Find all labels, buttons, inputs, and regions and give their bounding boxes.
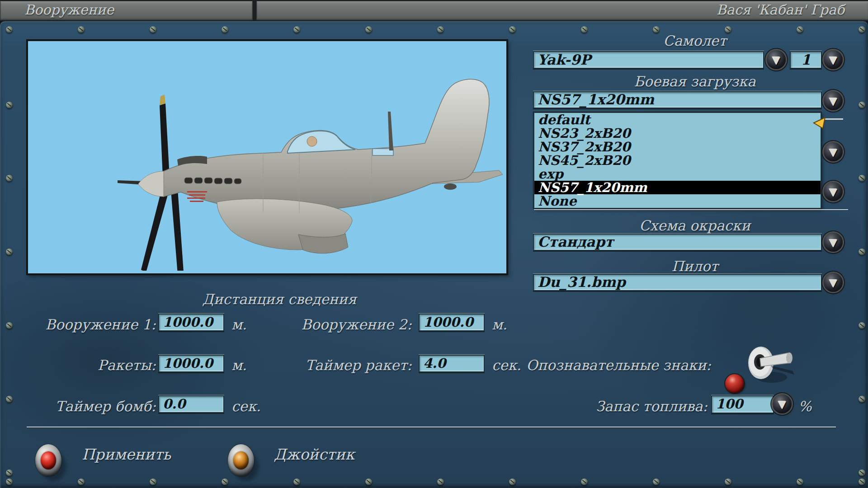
rivet-screw [6,249,13,255]
rivet-screw [859,102,865,108]
weapon2-label: Вооружение 2: [276,316,412,333]
rockets-label: Ракеты: [20,357,156,373]
pilot-combo-value: Du_31.bmp [538,274,626,290]
fuel-value: 100 [716,396,743,412]
aircraft-combo-value: Yak-9P [538,51,591,67]
rocket-timer-field[interactable]: 4.0 [419,355,485,372]
pilot-label: Пилот [600,258,790,274]
aircraft-preview [27,40,508,275]
title-bar: Вооружение Вася 'Кабан' Граб [0,0,868,21]
rivet-screw [222,479,228,485]
rivet-screw [859,479,865,485]
bomb-timer-label: Таймер бомб: [20,398,156,414]
rockets-field[interactable]: 1000.0 [158,355,224,372]
rivet-screw [6,469,13,476]
weapon1-label: Вооружение 1: [20,316,156,333]
weapon1-value: 1000.0 [163,314,213,329]
paint-dropdown-button[interactable]: ▼ [824,233,843,252]
rivet-screw [509,26,516,33]
bomb-timer-unit: сек. [231,398,261,414]
list-scroll-up-button[interactable]: ▼ [824,142,843,161]
rivet-screw [78,26,85,33]
rivet-screw [6,396,13,403]
rivet-screw [581,26,588,33]
joystick-button[interactable] [228,444,256,479]
loadout-option-0[interactable]: default [534,113,821,127]
rivet-screw [859,396,865,403]
loadout-option-6[interactable]: None [534,194,821,208]
markings-toggle-switch[interactable] [744,345,800,386]
loadout-listbox[interactable]: defaultNS23_2xB20NS37_2xB20NS45_2xB20exp… [533,112,821,209]
aircraft-combo[interactable]: Yak-9P [533,51,764,69]
chevron-down-icon: ▼ [829,278,837,288]
mouse-cursor [813,116,826,130]
aircraft-label: Самолет [600,33,790,49]
amber-button-icon [233,451,249,469]
screen-title: Вооружение [24,2,114,18]
rivet-screw [293,479,300,485]
fuel-dropdown-button[interactable]: ▼ [773,394,792,413]
loadout-dropdown-button[interactable]: ▼ [824,91,843,110]
armament-screen: Вооружение Вася 'Кабан' Граб [0,0,868,488]
chevron-down-icon: ▼ [829,238,837,248]
rockets-value: 1000.0 [163,355,213,371]
fuel-unit: % [798,398,811,414]
chevron-down-icon: ▼ [778,399,786,410]
loadout-combo[interactable]: NS57_1x20mm [533,91,822,108]
rivet-screw [6,26,13,33]
rivet-screw [293,26,300,33]
bomb-timer-value: 0.0 [163,396,185,411]
aircraft-count-field[interactable]: 1 [790,51,822,69]
rivet-screw [859,26,865,33]
rivet-screw [222,26,228,33]
rivet-screw [653,479,660,485]
joystick-button-label[interactable]: Джойстик [274,446,354,463]
rivet-screw [725,479,731,485]
red-button-icon [41,451,56,469]
rivet-screw [725,26,731,33]
markings-label: Опознавательные знаки: [526,357,707,373]
fuel-label: Запас топлива: [572,398,708,414]
player-name: Вася 'Кабан' Граб [717,2,844,18]
rivet-screw [150,26,156,33]
list-scroll-down-button[interactable]: ▼ [824,182,843,201]
rivet-screw [437,479,444,485]
loadout-option-3[interactable]: NS45_2xB20 [534,154,821,167]
fuel-field[interactable]: 100 [711,395,774,413]
weapon1-field[interactable]: 1000.0 [158,314,224,331]
rockets-unit: м. [231,357,247,373]
rivet-screw [653,26,660,33]
loadout-label: Боевая загрузка [600,73,790,89]
rivet-screw [6,322,13,329]
loadout-option-1[interactable]: NS23_2xB20 [534,127,821,140]
aircraft-count-value: 1 [801,51,811,67]
pilot-dropdown-button[interactable]: ▼ [824,273,843,292]
aircraft-image [28,41,504,271]
rivet-screw [859,175,865,182]
loadout-option-5[interactable]: NS57_1x20mm [534,181,821,194]
chevron-down-icon: ▼ [829,96,837,107]
rocket-timer-value: 4.0 [423,355,446,371]
loadout-combo-value: NS57_1x20mm [538,91,654,108]
weapon2-field[interactable]: 1000.0 [419,314,485,331]
apply-button-label[interactable]: Применить [82,446,171,463]
loadout-option-2[interactable]: NS37_2xB20 [534,140,821,154]
pilot-combo[interactable]: Du_31.bmp [533,274,822,291]
rivet-screw [859,322,865,329]
paint-scheme-combo[interactable]: Стандарт [533,234,822,251]
paint-scheme-value: Стандарт [538,234,613,250]
right-divider [534,209,848,210]
rivet-screw [6,102,13,108]
rocket-timer-label: Таймер ракет: [276,357,412,373]
aircraft-dropdown-button[interactable]: ▼ [767,50,786,69]
bomb-timer-field[interactable]: 0.0 [158,395,224,413]
markings-indicator-lamp [725,374,744,393]
chevron-down-icon: ▼ [829,55,837,66]
rivet-screw [581,479,588,485]
aircraft-count-button[interactable]: ▼ [824,50,843,69]
convergence-heading: Дистанция сведения [166,291,392,307]
loadout-option-4[interactable]: exp [534,167,821,181]
rocket-timer-unit: сек. [492,357,521,373]
apply-button[interactable] [35,444,63,479]
divider-dash [824,118,843,120]
